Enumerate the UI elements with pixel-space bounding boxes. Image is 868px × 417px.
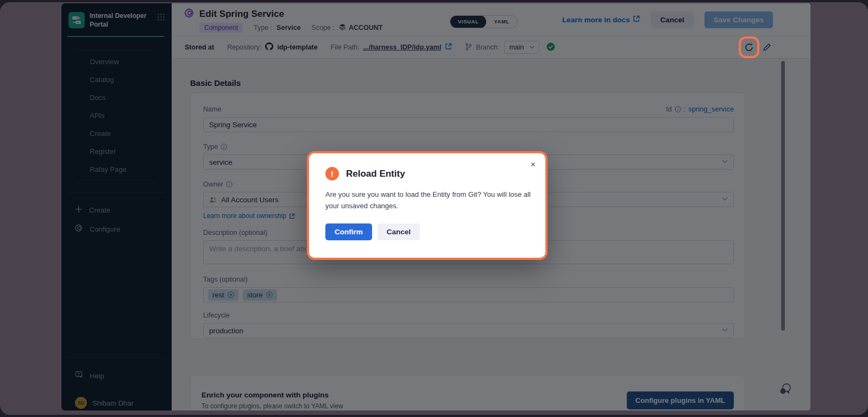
reload-entity-button[interactable]	[744, 42, 754, 52]
modal-title: Reload Entity	[346, 169, 405, 179]
app-window: Internal Developer Portal Overview Catal…	[61, 3, 810, 410]
modal-cancel-button[interactable]: Cancel	[378, 223, 420, 240]
warning-icon: !	[325, 167, 339, 181]
confirm-button[interactable]: Confirm	[325, 223, 372, 240]
modal-message: Are you sure you want to load the Entity…	[325, 189, 538, 212]
annotation-highlight-ring	[739, 36, 759, 58]
reload-entity-modal: × ! Reload Entity Are you sure you want …	[307, 151, 548, 260]
close-icon[interactable]: ×	[531, 160, 536, 170]
